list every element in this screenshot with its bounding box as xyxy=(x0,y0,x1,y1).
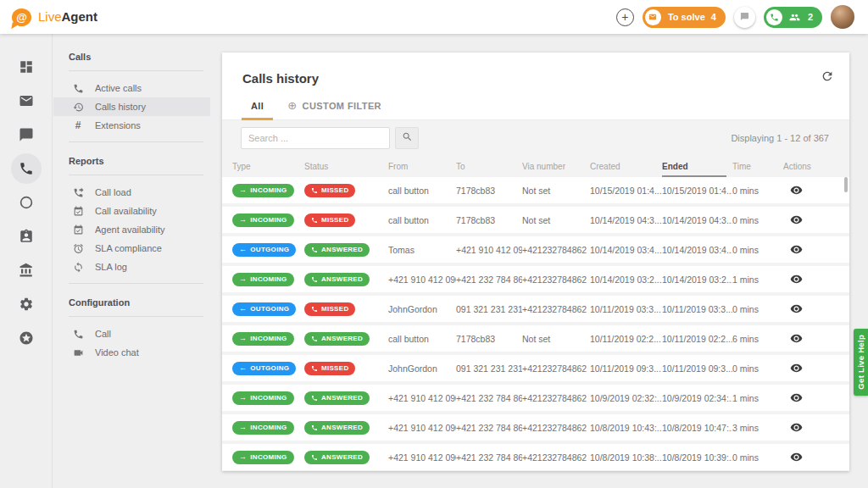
view-call-button[interactable] xyxy=(790,273,803,286)
cell-created: 10/14/2019 03:2... xyxy=(590,274,662,285)
view-call-button[interactable] xyxy=(790,362,803,374)
calls-status-button[interactable]: 2 xyxy=(764,7,822,28)
sidebar-item-calls-history[interactable]: Calls history xyxy=(53,97,210,116)
section-title: Configuration xyxy=(53,291,216,312)
column-header-to[interactable]: To xyxy=(456,162,522,171)
cell-time: 1 mins xyxy=(732,393,783,403)
phone-icon xyxy=(311,424,318,431)
cell-time: 0 mins xyxy=(732,363,783,374)
sidebar-item-label: Call availability xyxy=(95,206,157,216)
arrow-right-icon: → xyxy=(239,394,247,402)
get-live-help-button[interactable]: Get Live Help xyxy=(854,329,868,396)
loop-icon xyxy=(72,262,84,273)
divider xyxy=(69,175,203,175)
user-avatar[interactable] xyxy=(831,5,854,29)
add-button[interactable]: + xyxy=(616,8,634,26)
table-body: →INCOMINGMISSEDcall button7178cb83Not se… xyxy=(222,177,849,470)
contact-card-icon[interactable] xyxy=(11,221,42,252)
tab-all[interactable]: All xyxy=(239,92,275,119)
cell-ended: 10/15/2019 01:4... xyxy=(662,186,732,196)
tab-custom-filter[interactable]: ⊕ CUSTOM FILTER xyxy=(275,92,393,119)
cell-created: 10/11/2019 02:2... xyxy=(590,334,662,344)
sidebar-item-sla-log[interactable]: SLA log xyxy=(53,258,210,276)
arrow-right-icon: → xyxy=(239,186,247,194)
column-header-created[interactable]: Created xyxy=(590,162,662,171)
column-header-type[interactable]: Type xyxy=(232,162,304,171)
column-header-time[interactable]: Time xyxy=(732,162,783,171)
chat-bubble-icon xyxy=(740,11,749,24)
eye-icon xyxy=(790,214,803,226)
search-button[interactable] xyxy=(395,127,419,149)
eye-icon xyxy=(790,421,803,434)
column-header-status[interactable]: Status xyxy=(304,162,388,171)
chat-toggle-button[interactable] xyxy=(734,7,755,28)
bank-icon[interactable] xyxy=(11,255,42,286)
cell-ended: 10/14/2019 03:4... xyxy=(662,245,732,255)
table-row: →INCOMINGANSWERED+421 910 412 090+421 23… xyxy=(222,385,849,411)
refresh-button[interactable] xyxy=(821,69,834,86)
star-icon[interactable] xyxy=(11,323,42,353)
phone-icon xyxy=(766,9,782,25)
phone-icon[interactable] xyxy=(11,153,42,184)
grid-icon[interactable] xyxy=(11,52,42,82)
sidebar-item-video-chat[interactable]: Video chat xyxy=(53,343,210,362)
view-call-button[interactable] xyxy=(790,302,803,315)
chat-icon[interactable] xyxy=(11,119,42,150)
column-header-actions[interactable]: Actions xyxy=(783,162,849,171)
column-header-from[interactable]: From xyxy=(388,162,456,171)
cell-time: 1 mins xyxy=(732,274,783,285)
sidebar-item-extensions[interactable]: #Extensions xyxy=(53,116,210,135)
view-call-button[interactable] xyxy=(790,184,803,197)
table-row: →INCOMINGANSWERED+421 910 412 090+421 23… xyxy=(222,266,849,292)
gear-icon[interactable] xyxy=(11,289,42,319)
sidebar-item-call[interactable]: Call xyxy=(53,324,210,343)
sidebar-item-call-load[interactable]: Call load xyxy=(53,183,210,202)
view-call-button[interactable] xyxy=(790,451,803,463)
call-type-badge: →INCOMING xyxy=(232,421,294,435)
sidebar-item-sla-compliance[interactable]: SLA compliance xyxy=(53,239,210,258)
cell-time: 3 mins xyxy=(732,423,783,433)
phone-icon xyxy=(311,217,318,224)
calendar-check-icon xyxy=(72,225,84,236)
table-row: ←OUTGOINGMISSEDJohnGordon091 321 231 231… xyxy=(222,355,849,381)
cell-from: call button xyxy=(388,215,456,225)
call-status-badge: ANSWERED xyxy=(304,391,370,405)
hash-icon: # xyxy=(72,120,84,130)
view-call-button[interactable] xyxy=(790,332,803,345)
view-call-button[interactable] xyxy=(790,391,803,404)
column-header-via-number[interactable]: Via number xyxy=(522,162,590,171)
cell-via: +421232784862 xyxy=(522,423,590,433)
liveagent-logo[interactable]: @ LiveAgent xyxy=(12,8,97,26)
call-type-badge: →INCOMING xyxy=(232,184,294,197)
sidebar-item-call-availability[interactable]: Call availability xyxy=(53,202,210,220)
cell-to: +421 232 784 862 xyxy=(456,423,522,433)
table-row: →INCOMINGMISSEDcall button7178cb83Not se… xyxy=(222,177,849,203)
to-solve-label: To solve xyxy=(668,12,705,22)
phone-icon xyxy=(311,306,318,313)
ring-icon[interactable] xyxy=(11,187,42,218)
sidebar-item-active-calls[interactable]: Active calls xyxy=(53,79,210,97)
view-call-button[interactable] xyxy=(790,243,803,256)
cell-created: 10/11/2019 09:3... xyxy=(590,363,662,374)
view-call-button[interactable] xyxy=(790,421,803,434)
cell-ended: 10/11/2019 09:3... xyxy=(662,363,732,374)
view-call-button[interactable] xyxy=(790,214,803,226)
videocam-icon xyxy=(72,347,84,358)
sidebar-item-label: Call xyxy=(95,329,111,339)
cell-via: +421232784862 xyxy=(522,245,590,255)
cell-to: 7178cb83 xyxy=(456,334,522,344)
cell-time: 0 mins xyxy=(732,304,783,314)
cell-from: JohnGordon xyxy=(388,304,456,314)
arrow-right-icon: → xyxy=(239,453,247,461)
mail-icon[interactable] xyxy=(11,86,42,116)
scrollbar[interactable] xyxy=(844,177,848,192)
column-header-ended[interactable]: Ended xyxy=(662,162,732,171)
page-title: Calls history xyxy=(242,71,319,86)
cell-from: call button xyxy=(388,186,456,196)
phone-icon xyxy=(311,365,318,372)
divider xyxy=(69,141,203,142)
search-input[interactable] xyxy=(241,127,390,149)
cell-created: 10/9/2019 02:32:... xyxy=(590,393,662,403)
sidebar-item-agent-availability[interactable]: Agent availability xyxy=(53,220,210,239)
to-solve-button[interactable]: To solve 4 xyxy=(643,7,726,28)
